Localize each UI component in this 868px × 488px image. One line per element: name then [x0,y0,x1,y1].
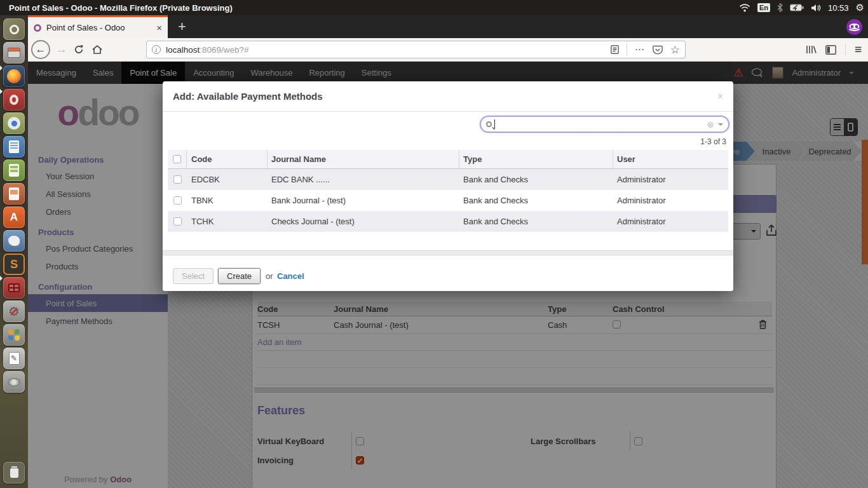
firefox-icon[interactable] [3,65,25,87]
tab-close-icon[interactable]: × [156,22,162,33]
disks-icon[interactable] [3,371,25,393]
browser-tab[interactable]: Point of Sales - Odoo × [28,15,168,38]
text-cursor [494,119,495,129]
shotwell-icon[interactable] [3,324,25,346]
firefox-window: Point of Sales - Odoo × + ← → i localhos… [28,15,868,488]
table-row[interactable]: TCHK Checks Journal - (test) Bank and Ch… [168,211,728,232]
app-a-icon[interactable]: A [3,207,25,228]
sidebar-toggle-icon[interactable] [825,45,836,55]
table-row[interactable]: EDCBK EDC BANK ...... Bank and Checks Ad… [168,169,728,190]
text-editor-icon[interactable]: ✎ [3,348,25,369]
browser-toolbar: ← → i localhost:8069/web?# ⋯ ☆ ≡ [28,38,868,62]
modal-footer-separator [163,250,733,255]
dash-icon[interactable] [3,18,25,40]
libreoffice-impress-icon[interactable] [3,183,25,205]
search-options-caret-icon[interactable] [718,123,723,126]
window-title: Point of Sales - Odoo - Mozilla Firefox … [9,3,233,13]
col-journal-name: Journal Name [268,150,459,168]
row-checkbox[interactable] [173,217,182,226]
chromium-icon[interactable] [3,112,25,134]
search-icon [486,121,492,127]
pocket-icon[interactable] [653,45,663,55]
postgresql-icon[interactable] [3,230,25,252]
or-label: or [266,271,273,281]
clear-search-icon[interactable]: ⊗ [707,119,714,130]
table-row[interactable]: TBNK Bank Journal - (test) Bank and Chec… [168,190,728,211]
running-indicator [0,89,3,94]
private-browsing-icon [846,19,862,35]
row-checkbox[interactable] [173,196,182,205]
site-info-icon[interactable]: i [152,45,161,54]
select-all-checkbox[interactable] [173,155,181,163]
running-indicator [0,276,3,281]
web-content: Messaging Sales Point of Sale Accounting… [28,62,868,488]
select-button[interactable]: Select [173,268,214,284]
tab-bar: Point of Sales - Odoo × + [28,15,868,38]
libreoffice-calc-icon[interactable] [3,159,25,181]
col-code: Code [187,150,268,168]
modal-table: Code Journal Name Type User EDCBK EDC BA… [168,150,728,232]
add-payment-methods-modal: Add: Available Payment Methods × ⊗ 1-3 o… [163,81,733,291]
page-actions-icon[interactable]: ⋯ [635,44,645,55]
menu-hamburger-icon[interactable]: ≡ [855,43,862,57]
ubuntu-top-panel: Point of Sales - Odoo - Mozilla Firefox … [0,0,868,15]
create-button[interactable]: Create [218,268,261,284]
row-checkbox[interactable] [173,175,182,184]
opera-icon[interactable] [3,89,25,111]
col-user: User [613,150,728,168]
toolbar-right: ≡ [806,43,862,57]
system-tray: En 10:53 ⚙ [739,2,864,13]
odoo-favicon [34,24,41,32]
search-box[interactable]: ⊗ [480,116,729,133]
forward-button[interactable]: → [55,43,67,57]
bookmark-star-icon[interactable]: ☆ [670,43,680,57]
battery-icon[interactable] [790,4,804,11]
url-bar[interactable]: i localhost:8069/web?# ⋯ ☆ [146,41,686,58]
tab-title: Point of Sales - Odoo [46,23,151,32]
keyboard-layout-indicator[interactable]: En [757,3,770,12]
home-button[interactable] [92,44,103,55]
modal-header: Add: Available Payment Methods × [163,81,733,112]
reload-button[interactable] [74,44,84,55]
library-icon[interactable] [806,44,817,55]
url-host: localhost [166,45,200,55]
modal-table-header: Code Journal Name Type User [168,150,728,169]
separator [845,44,846,55]
wifi-icon[interactable] [739,4,750,12]
sublime-text-icon[interactable]: S [3,254,25,275]
bluetooth-icon[interactable] [777,3,783,12]
modal-title: Add: Available Payment Methods [173,91,323,102]
separator [627,44,627,55]
clock[interactable]: 10:53 [828,3,849,13]
grid-app-icon[interactable] [3,277,25,299]
screen: Point of Sales - Odoo - Mozilla Firefox … [0,0,868,488]
volume-icon[interactable] [811,4,821,12]
trash-icon[interactable] [3,462,25,484]
libreoffice-writer-icon[interactable] [3,136,25,158]
new-tab-button[interactable]: + [178,20,186,34]
back-button[interactable]: ← [31,40,50,59]
col-type: Type [459,150,613,168]
url-path: :8069/web?# [200,45,248,55]
reader-mode-icon[interactable] [611,45,619,54]
session-gear-icon[interactable]: ⚙ [856,2,864,13]
cancel-link[interactable]: Cancel [277,271,304,281]
system-settings-icon[interactable]: ⚙ [3,301,25,322]
ubuntu-launcher: A S ⚙ ✎ [0,15,28,488]
modal-close-icon[interactable]: × [717,91,723,102]
files-icon[interactable] [3,42,25,64]
running-indicator [0,65,3,71]
pager: 1-3 of 3 [700,137,726,146]
modal-footer: Select Create or Cancel [163,255,733,291]
